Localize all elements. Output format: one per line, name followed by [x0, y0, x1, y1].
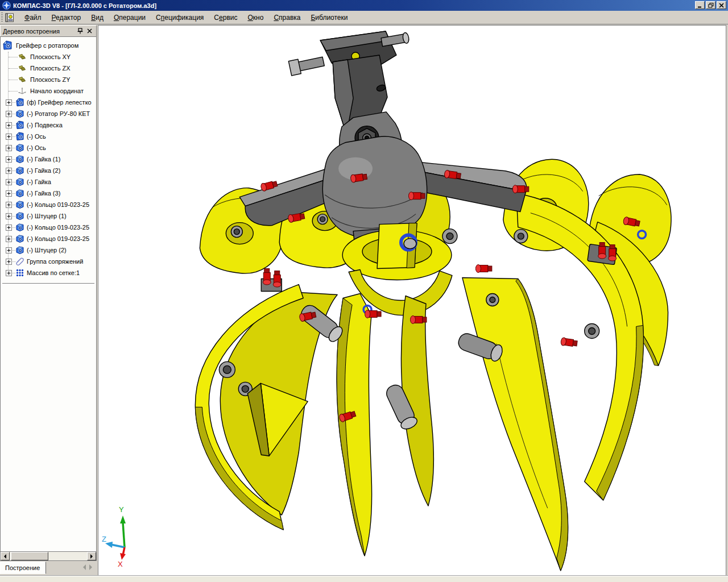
tree-item[interactable]: (-) Подвеска [1, 119, 96, 131]
hydraulic-fitting[interactable] [365, 310, 381, 318]
menu-вид[interactable]: Вид [86, 11, 109, 24]
expand-icon[interactable] [6, 134, 12, 140]
3d-model-grapple-with-rotator[interactable] [98, 26, 726, 576]
part-icon [15, 234, 24, 243]
expand-icon[interactable] [6, 168, 12, 174]
tree-item[interactable]: (-) Кольцо 019-023-25 [1, 233, 96, 244]
model-claw-center-right[interactable] [462, 278, 568, 571]
scrollbar-track[interactable] [10, 552, 87, 560]
tree-item-label: (-) Гайка [27, 178, 51, 185]
close-icon [719, 3, 724, 8]
restore-button[interactable] [706, 1, 715, 9]
tree-item[interactable]: (-) Кольцо 019-023-25 [1, 199, 96, 210]
pin-button[interactable] [76, 27, 85, 35]
tree-item-label: (-) Штуцер (1) [27, 213, 67, 219]
menu-справка[interactable]: Справка [268, 11, 305, 24]
tab-next-icon[interactable] [89, 564, 92, 570]
build-tree: Грейфер с ротаторомПлоскость XYПлоскость… [0, 36, 97, 552]
expand-icon[interactable] [6, 270, 12, 276]
expand-icon[interactable] [6, 145, 12, 151]
menu-редактор[interactable]: Редактор [47, 11, 86, 24]
part-icon [15, 166, 24, 175]
build-tree-panel: Дерево построения Грейфер с ротаторомПло… [0, 25, 97, 576]
tree-item[interactable]: Группа сопряжений [1, 256, 96, 267]
array-icon [15, 268, 24, 277]
tree-item-label: Плоскость XY [30, 53, 71, 60]
tree-item[interactable]: (-) Кольцо 019-023-25 [1, 222, 96, 233]
expand-icon[interactable] [6, 122, 12, 128]
document-icon[interactable] [5, 13, 15, 23]
tree-connector [9, 91, 18, 92]
tree-item[interactable]: (-) Штуцер (1) [1, 210, 96, 222]
tab-prev-icon[interactable] [83, 564, 86, 570]
tree-item[interactable]: Плоскость ZX [1, 63, 96, 74]
expand-icon[interactable] [6, 190, 12, 197]
hydraulic-fitting[interactable] [273, 271, 281, 287]
tree-item[interactable]: (-) Ротатор РУ-80 КЕТ [1, 108, 96, 119]
expand-icon[interactable] [6, 225, 12, 231]
menu-items: ФайлРедакторВидОперацииСпецификацияСерви… [19, 11, 353, 24]
tree-item-label: (-) Подвеска [27, 122, 63, 128]
tab-postroenie[interactable]: Построение [0, 562, 46, 574]
expand-icon[interactable] [6, 259, 12, 265]
hydraulic-fitting[interactable] [263, 269, 271, 285]
menu-окно[interactable]: Окно [242, 11, 268, 24]
tree-item[interactable]: Плоскость XY [1, 51, 96, 63]
toolbar-grip[interactable] [1, 13, 3, 23]
tree-horizontal-scrollbar[interactable] [0, 552, 97, 561]
minimize-button[interactable] [695, 1, 705, 9]
tree-item[interactable]: Начало координат [1, 85, 96, 97]
tree-item[interactable]: (-) Штуцер (2) [1, 244, 96, 256]
tree-item[interactable]: Плоскость ZY [1, 74, 96, 85]
expand-icon[interactable] [6, 213, 12, 219]
hydraulic-fitting[interactable] [409, 192, 425, 200]
expand-icon[interactable] [6, 202, 12, 208]
tree-connector [9, 68, 18, 69]
tree-item-label: (-) Ротатор РУ-80 КЕТ [27, 110, 90, 117]
menu-файл[interactable]: Файл [19, 11, 47, 24]
scrollbar-thumb[interactable] [11, 552, 48, 560]
hydraulic-fitting[interactable] [609, 245, 617, 261]
tree-item-label: Группа сопряжений [27, 258, 83, 265]
tree-item[interactable]: (ф) Грейфер лепестко [1, 97, 96, 108]
expand-icon[interactable] [6, 236, 12, 242]
close-button[interactable] [717, 1, 726, 9]
expand-icon[interactable] [6, 111, 12, 117]
menu-спецификация[interactable]: Спецификация [151, 11, 209, 24]
tree-item[interactable]: (-) Гайка (1) [1, 153, 96, 165]
tree-item[interactable]: (-) Гайка (3) [1, 188, 96, 199]
plane-icon [18, 52, 27, 61]
scroll-right-button[interactable] [87, 552, 96, 560]
panel-close-button[interactable] [85, 27, 94, 35]
hydraulic-fitting[interactable] [512, 185, 528, 193]
scroll-left-button[interactable] [1, 552, 10, 560]
plane-icon [18, 64, 27, 73]
hydraulic-fitting[interactable] [411, 315, 427, 323]
assembly-icon [15, 98, 24, 107]
part-icon [15, 211, 24, 221]
tree-item[interactable]: Грейфер с ротатором [1, 40, 96, 51]
tree-item[interactable]: Массив по сетке:1 [1, 267, 96, 278]
axis-y-label: Y [119, 505, 124, 514]
expand-icon[interactable] [6, 179, 12, 185]
tree-item[interactable]: (-) Гайка [1, 176, 96, 188]
3d-viewport[interactable]: Y Z X [98, 25, 726, 576]
pin-icon [77, 28, 83, 34]
expand-icon[interactable] [6, 247, 12, 253]
expand-icon[interactable] [6, 99, 12, 106]
tree-item[interactable]: (-) Ось [1, 131, 96, 142]
tree-item-label: (-) Гайка (2) [27, 167, 60, 174]
menu-операции[interactable]: Операции [109, 11, 151, 24]
hydraulic-fitting[interactable] [475, 265, 491, 273]
assembly-root-icon [2, 40, 13, 51]
hydraulic-fitting[interactable] [560, 337, 577, 347]
tree-connector [9, 57, 18, 57]
tree-item[interactable]: (-) Ось [1, 142, 96, 153]
expand-icon[interactable] [6, 156, 12, 163]
tree-item-label: Начало координат [30, 88, 84, 94]
tree-item[interactable]: (-) Гайка (2) [1, 165, 96, 176]
menu-сервис[interactable]: Сервис [209, 11, 242, 24]
tree-item-label: Грейфер с ротатором [16, 42, 78, 49]
menu-библиотеки[interactable]: Библиотеки [305, 11, 353, 24]
hydraulic-fitting[interactable] [598, 243, 606, 259]
